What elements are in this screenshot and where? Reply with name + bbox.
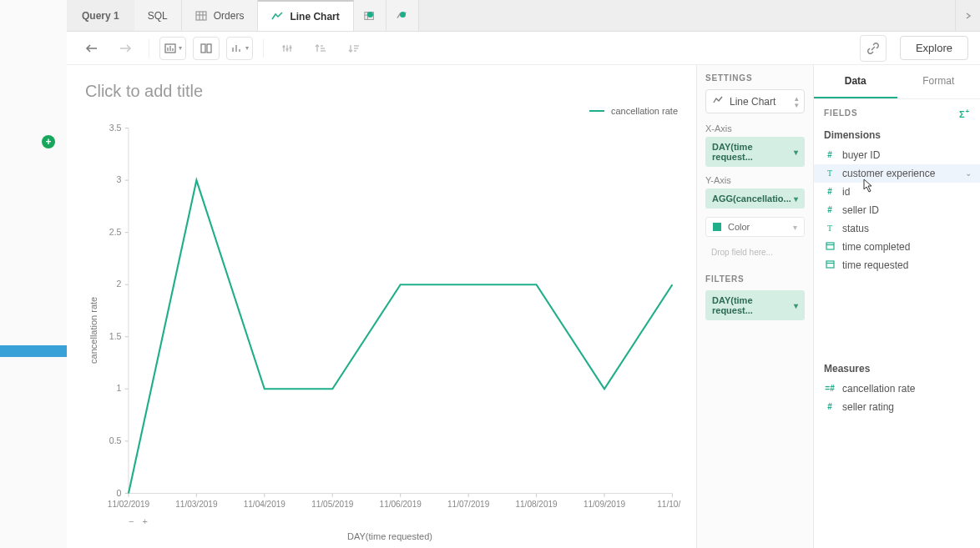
drop-field-target[interactable]: Drop field here... xyxy=(705,242,805,263)
dimension-item[interactable]: Tcustomer experience⌄ xyxy=(814,164,980,183)
add-calculated-field-button[interactable]: Σ+ xyxy=(959,108,970,119)
line-chart-icon xyxy=(271,11,283,23)
collapse-tabs-button[interactable] xyxy=(955,0,980,31)
settings-heading: Settings xyxy=(705,73,805,83)
fields-tab-format[interactable]: Format xyxy=(897,65,981,98)
dimension-item[interactable]: #buyer ID xyxy=(814,146,980,164)
filter-toggle-button[interactable] xyxy=(274,37,301,60)
svg-text:0: 0 xyxy=(117,488,122,498)
svg-text:3.5: 3.5 xyxy=(109,123,122,133)
dimension-item[interactable]: time requested xyxy=(814,256,980,274)
tab-line-chart-label: Line Chart xyxy=(290,11,339,23)
toolbar: ▾ ▾ Explore xyxy=(67,32,980,65)
svg-text:11/08/2019: 11/08/2019 xyxy=(515,500,558,509)
color-swatch xyxy=(713,223,721,231)
svg-text:11/02/2019: 11/02/2019 xyxy=(108,500,150,509)
tab-strip: Query 1 SQL Orders Line Chart xyxy=(67,0,980,32)
chart-area: Click to add title cancellation rate can… xyxy=(67,65,696,548)
svg-text:11/05/2019: 11/05/2019 xyxy=(311,500,354,509)
fields-tab-data[interactable]: Data xyxy=(814,65,897,98)
legend-label: cancellation rate xyxy=(611,106,678,116)
color-label: Color xyxy=(728,222,750,232)
line-chart-icon xyxy=(713,95,723,108)
redo-button[interactable] xyxy=(112,37,139,60)
line-chart-plot[interactable]: 00.511.522.533.511/02/201911/03/201911/0… xyxy=(99,119,681,516)
svg-rect-0 xyxy=(196,12,206,20)
new-chart-tab-button[interactable] xyxy=(386,0,419,31)
legend-swatch xyxy=(589,110,604,112)
yaxis-pill[interactable]: AGG(cancellatio...▾ xyxy=(705,189,805,209)
explore-button[interactable]: Explore xyxy=(900,36,968,60)
dimension-item[interactable]: Tstatus xyxy=(814,219,980,238)
xaxis-pill[interactable]: DAY(time request...▾ xyxy=(705,137,805,167)
color-encoding-selector[interactable]: Color ▾ xyxy=(705,217,805,237)
field-label: id xyxy=(842,186,850,198)
tab-line-chart[interactable]: Line Chart xyxy=(258,0,353,31)
field-label: status xyxy=(842,223,869,234)
svg-text:2.5: 2.5 xyxy=(109,227,122,237)
svg-text:1: 1 xyxy=(117,383,122,393)
dimension-item[interactable]: #seller ID xyxy=(814,201,980,219)
table-icon xyxy=(195,10,207,22)
svg-rect-14 xyxy=(207,44,211,53)
field-label: time completed xyxy=(842,241,910,253)
add-panel-button[interactable]: + xyxy=(42,135,55,148)
tab-orders[interactable]: Orders xyxy=(182,0,259,31)
measure-item[interactable]: =#cancellation rate xyxy=(814,380,980,398)
chart-title-input[interactable]: Click to add title xyxy=(85,82,681,101)
field-label: buyer ID xyxy=(842,149,880,161)
table-plus-icon xyxy=(364,10,376,22)
measures-group-title: Measures xyxy=(814,358,980,380)
chart-plus-icon xyxy=(397,10,408,22)
field-label: seller ID xyxy=(842,204,879,216)
svg-rect-13 xyxy=(201,44,205,53)
dimension-item[interactable]: #id xyxy=(814,183,980,201)
y-axis-title: cancellation rate xyxy=(85,119,99,541)
undo-button[interactable] xyxy=(78,37,105,60)
caret-down-icon: ▾ xyxy=(794,301,798,310)
zoom-in-button[interactable]: + xyxy=(142,516,147,526)
fields-heading: Fields xyxy=(824,108,857,118)
svg-text:11/07/2019: 11/07/2019 xyxy=(447,500,490,509)
field-label: cancellation rate xyxy=(842,383,915,395)
svg-rect-68 xyxy=(826,243,834,249)
svg-text:11/06/2019: 11/06/2019 xyxy=(380,500,422,509)
query-name-label[interactable]: Query 1 xyxy=(67,0,134,31)
layout-button[interactable] xyxy=(193,37,220,60)
svg-text:2: 2 xyxy=(117,279,122,289)
svg-text:11/09/2019: 11/09/2019 xyxy=(583,500,626,509)
new-table-tab-button[interactable] xyxy=(354,0,386,31)
xaxis-section-label: X-Axis xyxy=(705,123,805,133)
zoom-out-button[interactable]: − xyxy=(129,516,134,526)
svg-text:11/04/2019: 11/04/2019 xyxy=(244,500,286,509)
tab-sql[interactable]: SQL xyxy=(134,0,182,31)
left-rail xyxy=(0,0,67,548)
copy-link-button[interactable] xyxy=(860,35,887,62)
chart-type-selector[interactable]: Line Chart ▴▾ xyxy=(705,89,805,113)
svg-text:0.5: 0.5 xyxy=(109,435,122,445)
x-axis-title: DAY(time requested) xyxy=(99,526,681,541)
caret-down-icon: ▾ xyxy=(793,223,797,232)
chart-presets-button[interactable]: ▾ xyxy=(159,37,186,60)
field-label: time requested xyxy=(842,259,908,271)
dimension-item[interactable]: time completed xyxy=(814,238,980,256)
yaxis-section-label: Y-Axis xyxy=(705,175,805,185)
svg-rect-70 xyxy=(826,261,834,268)
updown-icon: ▴▾ xyxy=(795,95,799,108)
chevron-down-icon[interactable]: ⌄ xyxy=(965,168,972,178)
svg-text:1.5: 1.5 xyxy=(109,331,122,341)
chart-type-label: Line Chart xyxy=(730,96,775,108)
svg-text:11/03/2019: 11/03/2019 xyxy=(175,500,218,509)
fields-panel: Data Format Fields Σ+ Dimensions #buyer … xyxy=(813,65,980,548)
measure-item[interactable]: #seller rating xyxy=(814,398,980,416)
filter-pill[interactable]: DAY(time request...▾ xyxy=(705,290,805,320)
field-label: customer experience xyxy=(842,168,935,179)
caret-down-icon: ▾ xyxy=(794,148,798,157)
settings-panel: Settings Line Chart ▴▾ X-Axis DAY(time r… xyxy=(696,65,813,548)
aggregate-button[interactable]: ▾ xyxy=(226,37,253,60)
tab-orders-label: Orders xyxy=(214,10,245,22)
dimensions-group-title: Dimensions xyxy=(814,124,980,146)
sort-desc-button[interactable] xyxy=(341,37,367,60)
sort-asc-button[interactable] xyxy=(307,37,334,60)
legend: cancellation rate xyxy=(589,106,678,116)
